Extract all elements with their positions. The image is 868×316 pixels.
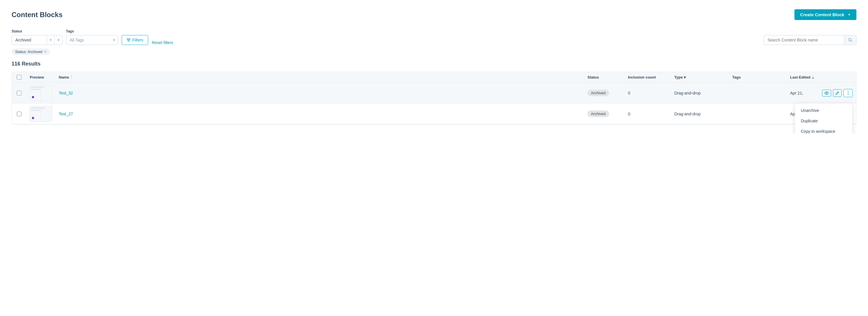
filters-button-label: Filters <box>132 38 143 42</box>
duplicate-menu-item[interactable]: Duplicate <box>795 116 852 126</box>
row2-preview-cell <box>26 104 55 124</box>
tags-filter-dropdown-button[interactable]: ▾ <box>110 36 118 45</box>
row2-tags-cell <box>729 110 787 118</box>
th-tags-label: Tags <box>732 75 741 80</box>
status-filter-value: Archived <box>12 35 46 45</box>
th-inclusion-count: Inclusion count <box>624 75 671 80</box>
edit-icon <box>835 91 839 95</box>
row2-name-cell: Test_27 <box>55 108 584 120</box>
row2-inclusion-count-cell: 0 <box>624 108 671 120</box>
row2-preview-dot <box>32 117 34 119</box>
th-name[interactable]: Name <box>55 75 584 80</box>
filters-button[interactable]: Filters <box>122 35 148 45</box>
page-container: Content Blocks Create Content Block ▼ St… <box>0 0 868 134</box>
row1-status-badge: Archived <box>587 90 609 96</box>
row1-checkbox[interactable] <box>17 91 22 95</box>
search-input[interactable] <box>764 35 844 45</box>
row1-preview-thumb <box>29 85 53 101</box>
copy-to-workspace-menu-item[interactable]: Copy to workspace <box>795 126 852 134</box>
row1-tags-cell <box>729 89 787 97</box>
page-header: Content Blocks Create Content Block ▼ <box>11 9 857 20</box>
results-count: 116 Results <box>11 61 857 67</box>
row1-inclusion-count-cell: 0 <box>624 87 671 99</box>
row1-name-cell: Test_32 <box>55 87 584 99</box>
type-dropdown-arrow-icon: ▾ <box>684 75 686 80</box>
create-button-label: Create Content Block <box>800 12 844 17</box>
unarchive-menu-item[interactable]: Unarchive <box>795 105 852 116</box>
th-tags: Tags <box>729 75 787 80</box>
select-all-checkbox[interactable] <box>17 75 22 80</box>
row2-checkbox-cell <box>12 108 26 120</box>
row1-preview-line2 <box>31 89 41 90</box>
status-filter-group: Status Archived ✕ ▾ <box>11 29 63 45</box>
row1-preview-cell <box>26 83 55 103</box>
table-header: Preview Name Status Inclusion count Type <box>12 72 856 83</box>
row1-preview-dot <box>32 96 34 98</box>
row1-status-cell: Archived <box>584 86 624 100</box>
status-filter-dropdown-button[interactable]: ▾ <box>55 36 62 45</box>
status-filter-label: Status <box>11 29 63 33</box>
row1-actions-cell: ⋮ <box>839 85 856 101</box>
filter-lines-icon <box>126 38 131 41</box>
row2-preview-line2 <box>31 110 41 111</box>
row1-name-link[interactable]: Test_32 <box>59 91 73 95</box>
row1-view-button[interactable] <box>822 90 831 96</box>
th-preview-label: Preview <box>30 75 44 80</box>
row1-context-menu: Unarchive Duplicate Copy to workspace <box>795 103 852 134</box>
th-status-label: Status <box>587 75 599 80</box>
active-filters: Status: Archived ✕ <box>11 49 857 55</box>
svg-line-1 <box>851 40 852 42</box>
tags-filter-select-wrapper: All Tags ▾ <box>66 35 118 45</box>
row2-status-cell: Archived <box>584 106 624 121</box>
row1-preview-divider <box>41 85 41 100</box>
th-preview: Preview <box>26 75 55 80</box>
status-filter-select-wrapper: Archived ✕ ▾ <box>11 35 63 45</box>
th-checkbox <box>12 75 26 80</box>
search-button[interactable] <box>844 35 856 45</box>
filters-row: Status Archived ✕ ▾ Tags All Tags <box>11 29 857 45</box>
row2-type-cell: Drag-and-drop <box>671 108 729 120</box>
reset-filters-button[interactable]: Reset filters <box>152 40 173 45</box>
filter-line-3 <box>128 41 129 41</box>
row1-type-cell: Drag-and-drop <box>671 87 729 99</box>
filters-icon <box>126 38 131 41</box>
create-button-dropdown-arrow: ▼ <box>848 13 850 16</box>
filter-line-2 <box>127 40 130 40</box>
row2-preview-thumb <box>29 106 53 122</box>
th-inclusion-count-label: Inclusion count <box>628 75 656 80</box>
th-type[interactable]: Type ▾ <box>671 75 729 80</box>
th-name-label: Name <box>59 75 69 80</box>
tags-filter-label: Tags <box>66 29 118 33</box>
remove-active-filter-button[interactable]: ✕ <box>44 50 46 54</box>
status-filter-clear-button[interactable]: ✕ <box>46 36 55 45</box>
page-title: Content Blocks <box>11 11 63 19</box>
search-icon <box>848 38 852 42</box>
create-content-block-button[interactable]: Create Content Block ▼ <box>795 9 857 20</box>
row2-preview-line1 <box>31 107 45 109</box>
row1-edit-button[interactable] <box>833 89 842 97</box>
search-wrapper <box>764 35 857 45</box>
last-edited-sort-icon <box>811 75 814 79</box>
row2-preview-divider <box>41 106 41 121</box>
row1-checkbox-cell <box>12 87 26 99</box>
th-type-label: Type <box>674 75 683 80</box>
remove-tag-icon: ✕ <box>44 50 46 54</box>
tags-dropdown-arrow-icon: ▾ <box>113 38 115 42</box>
status-clear-icon: ✕ <box>49 38 52 42</box>
more-icon: ⋮ <box>846 91 850 95</box>
table-row: Test_27 Archived 0 Drag-and-drop Apr 21, <box>12 104 856 124</box>
row2-status-badge: Archived <box>587 111 609 117</box>
th-last-edited-label: Last Edited <box>790 75 810 80</box>
row2-name-link[interactable]: Test_27 <box>59 112 73 116</box>
row1-preview-line1 <box>31 86 45 88</box>
table-row: Test_32 Archived 0 Drag-and-drop Apr 21, <box>12 83 856 104</box>
th-status: Status <box>584 75 624 80</box>
filters-section: Status Archived ✕ ▾ Tags All Tags <box>11 29 857 55</box>
content-blocks-table: Preview Name Status Inclusion count Type <box>11 71 857 125</box>
tags-filter-placeholder: All Tags <box>66 35 110 45</box>
eye-icon <box>824 91 829 95</box>
tags-filter-group: Tags All Tags ▾ <box>66 29 118 45</box>
row2-checkbox[interactable] <box>17 112 22 116</box>
row1-more-button[interactable]: ⋮ <box>843 89 852 97</box>
th-last-edited[interactable]: Last Edited <box>787 75 839 80</box>
